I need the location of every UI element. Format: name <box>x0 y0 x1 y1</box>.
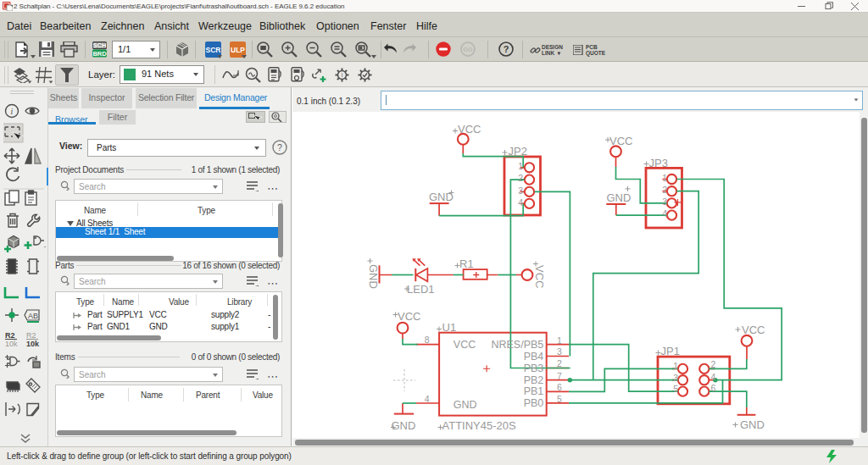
svg-text:JP3: JP3 <box>649 157 668 169</box>
svg-text:NRES/PB5: NRES/PB5 <box>491 339 543 351</box>
svg-text:6: 6 <box>711 383 716 393</box>
svg-text:SCH: SCH <box>93 42 107 49</box>
svg-text:?: ? <box>504 44 509 54</box>
svg-text:7: 7 <box>557 371 562 381</box>
svg-text:VCC: VCC <box>458 123 481 136</box>
svg-text:i: i <box>342 72 343 78</box>
svg-text:VCC: VCC <box>398 310 420 323</box>
svg-text:JP1: JP1 <box>661 345 680 357</box>
svg-text:GND: GND <box>740 418 765 431</box>
svg-text:U1: U1 <box>442 321 457 334</box>
svg-text:GO: GO <box>464 47 473 53</box>
svg-text:PB0: PB0 <box>524 397 544 409</box>
svg-text:3: 3 <box>673 373 678 383</box>
svg-text:LED1: LED1 <box>407 283 435 296</box>
svg-text:VCC: VCC <box>742 324 765 336</box>
svg-text:2: 2 <box>557 358 562 368</box>
svg-text:GND: GND <box>429 191 453 203</box>
svg-text:?: ? <box>277 142 282 152</box>
svg-text:ATTINY45-20S: ATTINY45-20S <box>442 419 517 432</box>
svg-text:1: 1 <box>518 161 523 171</box>
svg-text:AB: AB <box>28 312 38 320</box>
svg-text:R2: R2 <box>26 331 36 340</box>
svg-text:GND: GND <box>367 264 380 289</box>
svg-text:R1: R1 <box>459 257 474 270</box>
svg-text:10k: 10k <box>26 340 40 348</box>
svg-text:VCC: VCC <box>533 265 546 288</box>
svg-text:2: 2 <box>711 359 716 369</box>
svg-text:i: i <box>11 107 14 116</box>
svg-text:PB2: PB2 <box>524 374 544 386</box>
svg-text:PB4: PB4 <box>524 351 544 363</box>
svg-text:4: 4 <box>425 394 430 404</box>
svg-text:1: 1 <box>673 361 678 371</box>
svg-text:6: 6 <box>557 382 562 392</box>
svg-text:5: 5 <box>673 384 678 394</box>
svg-text:3: 3 <box>518 185 523 196</box>
svg-text:2: 2 <box>662 185 667 195</box>
svg-text:R2: R2 <box>5 331 15 340</box>
svg-text:ULP: ULP <box>231 46 245 54</box>
svg-text:PB3: PB3 <box>524 363 544 374</box>
svg-text:PB1: PB1 <box>524 385 544 397</box>
svg-text:10k: 10k <box>5 340 18 348</box>
svg-text:2: 2 <box>518 173 523 183</box>
svg-text:4: 4 <box>711 372 716 382</box>
svg-text:3: 3 <box>662 197 667 207</box>
svg-text:GND: GND <box>607 191 632 204</box>
svg-text:1: 1 <box>557 335 562 346</box>
svg-text:BRD: BRD <box>92 50 107 58</box>
svg-text:SCR: SCR <box>206 46 221 54</box>
svg-text:3: 3 <box>557 346 562 357</box>
svg-text:GND: GND <box>392 419 416 432</box>
svg-text:GND: GND <box>453 399 477 411</box>
svg-text:4: 4 <box>662 208 667 219</box>
svg-text:1: 1 <box>662 173 667 183</box>
svg-text:5: 5 <box>557 394 562 404</box>
svg-text:4: 4 <box>518 197 523 208</box>
svg-text:JP2: JP2 <box>509 145 527 158</box>
svg-text:8: 8 <box>425 335 430 345</box>
svg-text:VCC: VCC <box>453 339 476 351</box>
svg-text:VCC: VCC <box>609 135 632 147</box>
